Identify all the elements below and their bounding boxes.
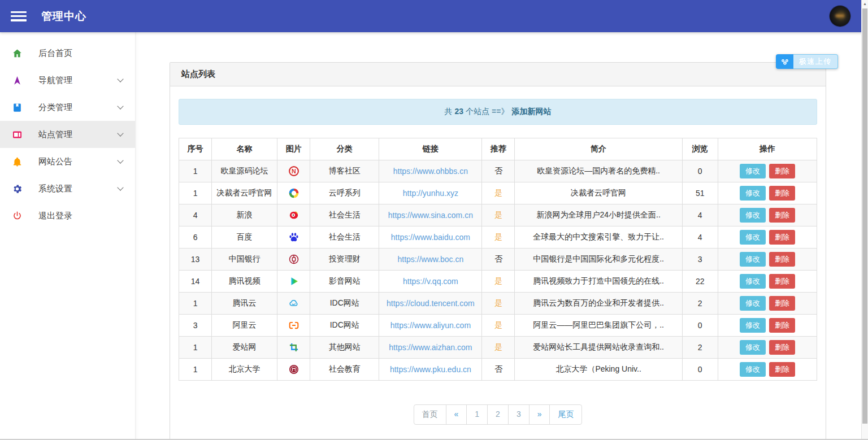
sidebar-item-power[interactable]: 退出登录: [0, 202, 135, 229]
cell-icon: N: [277, 160, 310, 182]
edit-button[interactable]: 修改: [740, 208, 766, 223]
delete-button[interactable]: 删除: [769, 186, 795, 201]
cell-seq: 1: [179, 359, 212, 381]
site-link[interactable]: https://www.pku.edu.cn: [390, 365, 471, 374]
delete-button[interactable]: 删除: [769, 230, 795, 245]
column-header: 浏览: [682, 138, 718, 160]
table-row: 1决裁者云呼官网云呼系列http://yunhu.xyz是决裁者云呼官网51修改…: [179, 182, 817, 204]
column-header: 链接: [379, 138, 482, 160]
alert-text-before: 共: [445, 107, 453, 116]
chevron-down-icon: [117, 130, 123, 136]
cell-category: IDC网站: [310, 293, 379, 315]
page-item-1[interactable]: «: [446, 404, 467, 425]
table-row: 13中国银行投资理财https://www.boc.cn否中国银行是中国国际化和…: [179, 249, 817, 271]
sidebar: 后台首页导航管理分类管理站点管理网站公告系统设置退出登录: [0, 32, 136, 440]
site-link[interactable]: https://www.ohbbs.cn: [393, 167, 468, 176]
menu-toggle-icon[interactable]: [10, 10, 27, 23]
delete-button[interactable]: 删除: [769, 252, 795, 267]
sidebar-item-gear[interactable]: 系统设置: [0, 175, 135, 202]
site-link[interactable]: http://yunhu.xyz: [403, 189, 458, 198]
main-content: 站点列表 共23个站点 ==》添加新网站 序号名称图片分类链接推荐简介浏览操作 …: [136, 32, 868, 440]
delete-button[interactable]: 删除: [769, 318, 795, 333]
site-link[interactable]: https://www.boc.cn: [398, 255, 464, 264]
cell-description: 腾讯视频致力于打造中国领先的在线..: [515, 271, 682, 293]
add-site-link[interactable]: 添加新网站: [511, 107, 551, 116]
column-header: 分类: [310, 138, 379, 160]
cell-category: 社会生活: [310, 204, 379, 226]
recommended-flag: 是: [494, 232, 502, 241]
column-header: 序号: [179, 138, 212, 160]
cell-seq: 1: [179, 182, 212, 204]
boc-site-icon: [288, 254, 300, 265]
cell-recommended: 否: [482, 359, 515, 381]
cell-link: https://www.pku.edu.cn: [379, 359, 482, 381]
cell-category: IDC网站: [310, 315, 379, 337]
user-avatar[interactable]: [830, 6, 850, 27]
scrollbar-thumb[interactable]: [862, 8, 867, 424]
cell-category: 社会生活: [310, 226, 379, 249]
cell-actions: 修改删除: [718, 204, 817, 226]
cell-name: 北京大学: [212, 359, 277, 381]
delete-button[interactable]: 删除: [769, 340, 795, 355]
page-item-1[interactable]: 1: [466, 404, 488, 425]
edit-button[interactable]: 修改: [740, 274, 766, 289]
quick-upload-button[interactable]: 极速上传: [776, 54, 838, 69]
edit-button[interactable]: 修改: [740, 164, 766, 178]
page-item-0[interactable]: 首页: [414, 404, 446, 425]
sidebar-item-category[interactable]: 分类管理: [0, 94, 135, 121]
pku-site-icon: [288, 364, 300, 375]
delete-button[interactable]: 删除: [769, 274, 795, 289]
table-row: 14腾讯视频影音网站https://v.qq.com是腾讯视频致力于打造中国领先…: [179, 271, 817, 293]
edit-button[interactable]: 修改: [740, 296, 766, 311]
site-link[interactable]: https://v.qq.com: [403, 277, 458, 286]
sidebar-item-bell[interactable]: 网站公告: [0, 148, 135, 175]
vertical-scrollbar[interactable]: ▲: [861, 0, 868, 439]
delete-button[interactable]: 删除: [769, 362, 795, 377]
cell-description: 决裁者云呼官网: [515, 182, 682, 204]
cell-actions: 修改删除: [718, 293, 817, 315]
cell-seq: 1: [179, 293, 212, 315]
chevron-down-icon: [117, 184, 123, 190]
sidebar-item-label: 系统设置: [38, 184, 72, 194]
site-link[interactable]: https://www.aliyun.com: [390, 321, 471, 330]
sina-site-icon: [288, 210, 300, 221]
cell-category: 云呼系列: [310, 182, 379, 204]
pagination: 首页«123»尾页: [179, 404, 817, 425]
page-item-3[interactable]: 3: [508, 404, 530, 425]
delete-button[interactable]: 删除: [769, 296, 795, 311]
page-item-6[interactable]: 尾页: [549, 404, 582, 425]
delete-button[interactable]: 删除: [769, 208, 795, 223]
recommended-flag: 否: [494, 166, 502, 175]
cell-recommended: 是: [482, 293, 515, 315]
cell-name: 百度: [212, 226, 277, 249]
edit-button[interactable]: 修改: [740, 340, 766, 355]
site-link[interactable]: https://cloud.tencent.com: [387, 299, 475, 308]
sidebar-item-site[interactable]: 站点管理: [0, 121, 135, 148]
cell-name: 腾讯云: [212, 293, 277, 315]
site-count: 23: [455, 107, 464, 116]
sidebar-item-home[interactable]: 后台首页: [0, 40, 135, 67]
edit-button[interactable]: 修改: [740, 318, 766, 333]
site-link[interactable]: https://www.baidu.com: [391, 233, 470, 242]
site-link[interactable]: https://www.sina.com.cn: [388, 211, 473, 220]
edit-button[interactable]: 修改: [740, 362, 766, 377]
cell-views: 2: [682, 293, 718, 315]
site-link[interactable]: https://www.aizhan.com: [389, 343, 472, 352]
cell-actions: 修改删除: [718, 337, 817, 359]
page-item-2[interactable]: 2: [487, 404, 509, 425]
cell-icon: [277, 271, 310, 293]
table-row: 1欧皇源码论坛N博客社区https://www.ohbbs.cn否欧皇资源论坛—…: [179, 160, 817, 182]
edit-button[interactable]: 修改: [740, 230, 766, 245]
top-navbar: 管理中心: [0, 0, 868, 32]
baidu-netdisk-icon: [776, 54, 793, 69]
sidebar-item-nav[interactable]: 导航管理: [0, 67, 135, 94]
edit-button[interactable]: 修改: [740, 252, 766, 267]
sidebar-item-label: 退出登录: [38, 211, 72, 221]
cell-link: https://www.baidu.com: [379, 226, 482, 249]
edit-button[interactable]: 修改: [740, 186, 766, 201]
delete-button[interactable]: 删除: [769, 164, 795, 178]
scroll-up-arrow[interactable]: ▲: [862, 0, 868, 7]
cell-recommended: 是: [482, 271, 515, 293]
page-item-5[interactable]: »: [529, 404, 550, 425]
cell-icon: [277, 293, 310, 315]
